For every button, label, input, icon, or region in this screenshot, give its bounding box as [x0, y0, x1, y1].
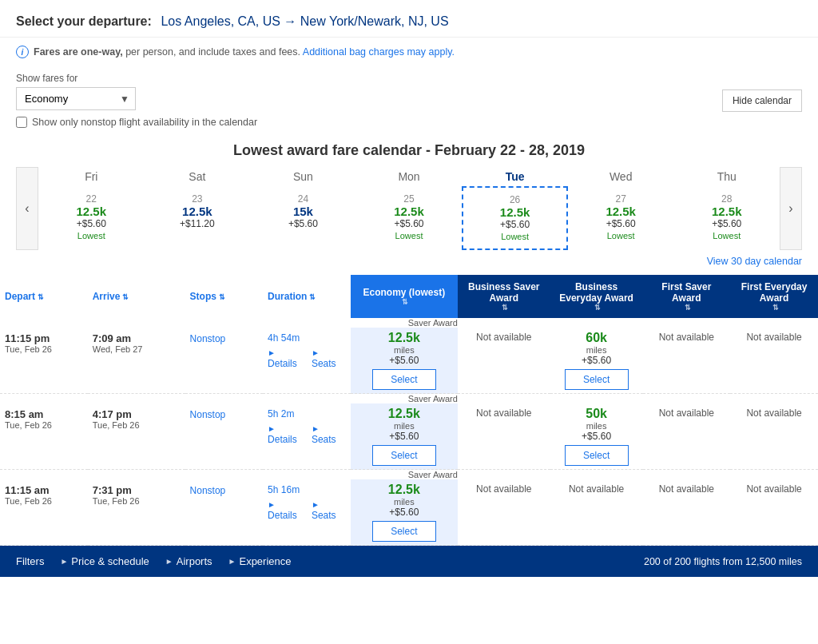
business-everyday-header: Business Everyday Award ⇅: [550, 275, 643, 318]
page-wrapper: Select your departure: Los Angeles, CA, …: [0, 0, 818, 577]
cal-lowest-label: Lowest: [713, 231, 741, 241]
calendar-day-22[interactable]: Fri2212.5k+$5.60Lowest: [38, 167, 145, 250]
economy-select-button[interactable]: Select: [372, 521, 436, 542]
duration-value: 5h 2m: [268, 408, 346, 419]
depart-cell: 8:15 amTue, Feb 26: [0, 403, 88, 470]
business-saver-value: Not available: [476, 483, 531, 495]
cal-day-name: Fri: [38, 167, 145, 186]
first-everyday-value: Not available: [746, 483, 801, 495]
cal-day-cell[interactable]: 2512.5k+$5.60Lowest: [356, 186, 463, 248]
duration-cell: 4h 54m ► Details ► Seats: [263, 328, 351, 394]
page-header: Select your departure: Los Angeles, CA, …: [0, 0, 818, 38]
calendar-day-23[interactable]: Sat2312.5k+$11.20: [145, 167, 251, 250]
cal-day-cell[interactable]: 2612.5k+$5.60Lowest: [462, 186, 568, 250]
first-everyday-cell: Not available: [730, 328, 818, 394]
route-text: Los Angeles, CA, US → New York/Newark, N…: [161, 14, 448, 28]
cal-miles: 12.5k: [149, 205, 247, 218]
beveryday-select-button[interactable]: Select: [565, 369, 629, 390]
experience-tab[interactable]: ► Experience: [228, 555, 292, 567]
cal-day-cell[interactable]: 2415k+$5.60: [250, 186, 356, 237]
arrive-date: Tue, Feb 26: [93, 496, 181, 506]
flights-section: Depart⇅ Arrive⇅ Stops⇅ Duration⇅ Economy…: [0, 275, 818, 546]
bag-charges-link[interactable]: Additional bag charges may apply.: [303, 46, 455, 58]
fare-type-select[interactable]: Economy Business First: [16, 87, 136, 110]
cal-lowest-label: Lowest: [395, 231, 423, 241]
economy-miles: 12.5k: [355, 483, 453, 497]
depart-header[interactable]: Depart⇅: [0, 275, 88, 318]
cal-lowest-label: Lowest: [607, 231, 635, 241]
cal-fee: +$5.60: [42, 218, 141, 229]
calendar-next-arrow[interactable]: ›: [780, 167, 802, 250]
duration-header[interactable]: Duration⇅: [263, 275, 351, 318]
economy-header: Economy (lowest) ⇅: [351, 275, 458, 318]
business-saver-cell: Not available: [458, 479, 550, 546]
stops-cell: Nonstop: [185, 328, 264, 394]
stops-header[interactable]: Stops⇅: [185, 275, 264, 318]
calendar-day-27[interactable]: Wed2712.5k+$5.60Lowest: [568, 167, 674, 250]
cal-miles: 12.5k: [360, 205, 459, 218]
calendar-day-28[interactable]: Thu2812.5k+$5.60Lowest: [673, 167, 780, 250]
bottom-bar: Filters ► Price & schedule ► Airports ► …: [0, 546, 818, 577]
cal-day-name: Thu: [673, 167, 780, 186]
economy-select-button[interactable]: Select: [372, 445, 436, 466]
details-link[interactable]: ► Details: [268, 499, 307, 521]
cal-fee: +$5.60: [572, 218, 670, 229]
departure-label: Select your departure:: [16, 14, 152, 28]
table-row: 11:15 amTue, Feb 267:31 pmTue, Feb 26Non…: [0, 479, 818, 546]
arrow-right-icon3: ►: [228, 557, 236, 566]
cal-day-cell[interactable]: 2312.5k+$11.20: [145, 186, 251, 237]
arrive-time: 7:31 pm: [93, 484, 181, 496]
calendar-prev-arrow[interactable]: ‹: [16, 167, 38, 250]
first-saver-value: Not available: [659, 332, 714, 343]
seats-link[interactable]: ► Seats: [312, 423, 346, 445]
details-link[interactable]: ► Details: [268, 423, 307, 445]
cal-day-number: 28: [677, 193, 776, 205]
experience-label: Experience: [239, 555, 291, 567]
cal-day-cell[interactable]: 2712.5k+$5.60Lowest: [568, 186, 674, 248]
beveryday-select-button[interactable]: Select: [565, 445, 629, 466]
economy-fee: +$5.60: [355, 507, 453, 518]
stops-value: Nonstop: [190, 409, 226, 420]
calendar-day-24[interactable]: Sun2415k+$5.60: [250, 167, 356, 250]
cal-day-number: 23: [149, 193, 247, 205]
view-30day-link[interactable]: View 30 day calendar: [707, 256, 802, 267]
cal-day-cell[interactable]: 2212.5k+$5.60Lowest: [38, 186, 145, 248]
stops-cell: Nonstop: [185, 403, 264, 470]
seats-link[interactable]: ► Seats: [312, 347, 346, 369]
arrive-header[interactable]: Arrive⇅: [88, 275, 185, 318]
cal-day-cell[interactable]: 2812.5k+$5.60Lowest: [673, 186, 780, 248]
details-link[interactable]: ► Details: [268, 347, 307, 369]
depart-date: Tue, Feb 26: [5, 344, 83, 354]
seats-link[interactable]: ► Seats: [312, 499, 346, 521]
airports-tab[interactable]: ► Airports: [165, 555, 212, 567]
nonstop-label: Show only nonstop flight availability in…: [32, 117, 257, 128]
beveryday-miles-label: miles: [555, 421, 638, 431]
beveryday-miles: 60k: [555, 331, 638, 345]
calendar-day-26[interactable]: Tue2612.5k+$5.60Lowest: [462, 167, 568, 250]
filter-label: Filters: [16, 555, 44, 567]
economy-miles: 12.5k: [355, 331, 453, 345]
first-saver-cell: Not available: [643, 403, 731, 470]
cal-day-name: Mon: [356, 167, 463, 186]
controls-row: Show fares for Economy Business First ▼ …: [0, 66, 818, 134]
stops-cell: Nonstop: [185, 479, 264, 546]
business-everyday-cell: 60k miles +$5.60 Select: [550, 328, 643, 394]
bottom-tabs: Filters ► Price & schedule ► Airports ► …: [16, 555, 292, 567]
first-saver-cell: Not available: [643, 479, 731, 546]
first-saver-cell: Not available: [643, 328, 731, 394]
first-saver-value: Not available: [659, 483, 714, 495]
arrow-right-icon: ►: [60, 557, 68, 566]
nonstop-checkbox[interactable]: [16, 117, 27, 128]
cal-lowest-label: Lowest: [501, 232, 529, 241]
hide-calendar-button[interactable]: Hide calendar: [722, 89, 802, 112]
price-schedule-tab[interactable]: ► Price & schedule: [60, 555, 149, 567]
cal-day-name: Sat: [145, 167, 251, 186]
cal-day-number: 24: [254, 193, 352, 205]
economy-select-button[interactable]: Select: [372, 369, 436, 390]
filters-tab[interactable]: Filters: [16, 555, 44, 567]
calendar-day-25[interactable]: Mon2512.5k+$5.60Lowest: [356, 167, 463, 250]
first-everyday-cell: Not available: [730, 479, 818, 546]
first-saver-value: Not available: [659, 407, 714, 419]
cal-day-name: Tue: [462, 167, 568, 186]
beveryday-miles: 50k: [555, 407, 638, 421]
